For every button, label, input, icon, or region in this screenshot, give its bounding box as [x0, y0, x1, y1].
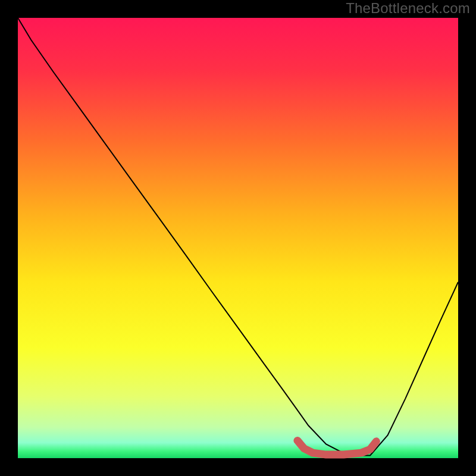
- chart-frame: { "watermark": "TheBottleneck.com", "cha…: [0, 0, 476, 476]
- watermark-text: TheBottleneck.com: [346, 0, 470, 17]
- plot-background: [18, 18, 458, 458]
- chart-svg: [0, 0, 476, 476]
